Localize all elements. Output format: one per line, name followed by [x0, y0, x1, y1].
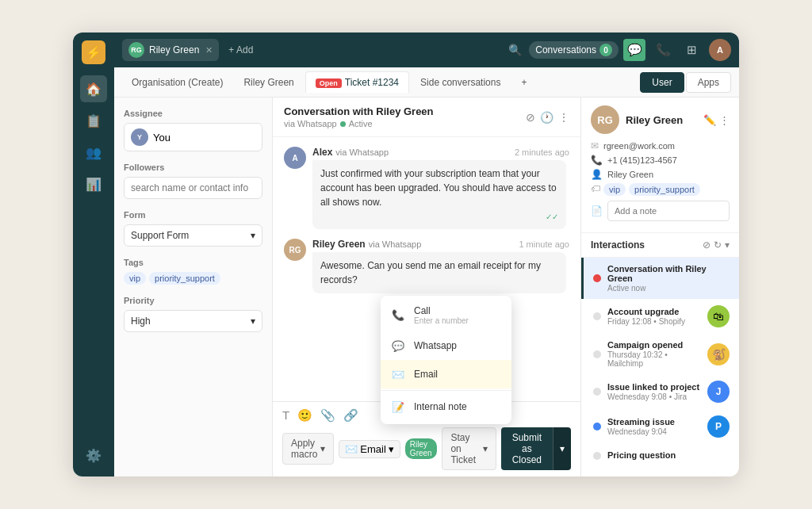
interactions-section: Interactions ⊘ ↻ ▾ Conversation with Ril… — [581, 233, 739, 476]
interactions-filter-icon[interactable]: ⊘ — [703, 239, 710, 251]
assignee-select[interactable]: Y You — [124, 123, 262, 151]
sidebar-icon-contacts[interactable]: 👥 — [80, 139, 107, 166]
conv-title: Conversation with Riley Green — [284, 105, 434, 117]
interaction-sub-5: Wednesday 9:04 — [607, 427, 701, 436]
search-icon[interactable]: 🔍 — [505, 40, 524, 59]
form-value: Support Form — [131, 230, 189, 241]
chat-icon[interactable]: 💬 — [623, 39, 645, 61]
ticket-status-badge: Open — [316, 78, 342, 88]
alex-via: via Whatsapp — [335, 147, 389, 157]
interaction-conversation-riley[interactable]: Conversation with Riley Green Active now — [581, 258, 739, 299]
interaction-pricing[interactable]: Pricing question — [581, 444, 739, 467]
interaction-sub-1: Active now — [607, 284, 730, 293]
stay-on-ticket-btn[interactable]: Stay on Ticket ▾ — [442, 427, 496, 470]
interaction-dot-2 — [593, 312, 601, 320]
conv-subtitle: via Whatsapp Active — [284, 119, 434, 128]
user-fullname: Riley Green — [607, 170, 653, 179]
priority-label: Priority — [124, 296, 262, 305]
interaction-campaign[interactable]: Campaign opened Thursday 10:32 • Mailchi… — [581, 334, 739, 374]
interactions-refresh-icon[interactable]: ↻ — [714, 239, 722, 251]
conversations-count: 0 — [599, 44, 612, 56]
conv-actions: ⊘ 🕐 ⋮ — [526, 111, 569, 124]
tab-avatar: RG — [128, 42, 144, 58]
app-logo: ⚡ — [82, 40, 105, 64]
interactions-title: Interactions — [591, 239, 703, 251]
dropdown-call[interactable]: 📞 Call Enter a number — [381, 299, 511, 331]
dropdown-note-label: Internal note — [414, 401, 467, 412]
dropdown-call-label: Call — [414, 305, 469, 316]
tag-priority-support[interactable]: priority_support — [149, 272, 220, 285]
compose-channel[interactable]: ✉️ Email ▾ — [339, 440, 400, 458]
priority-select[interactable]: High ▾ — [124, 310, 262, 332]
user-tag-priority[interactable]: priority_support — [629, 183, 700, 196]
person-info-icon: 👤 — [591, 169, 603, 180]
edit-icon[interactable]: ✏️ — [703, 114, 716, 126]
user-tag-vip[interactable]: vip — [603, 183, 626, 196]
active-tab[interactable]: RG Riley Green ✕ — [122, 39, 219, 61]
interactions-actions: ⊘ ↻ ▾ — [703, 239, 730, 251]
add-tab-btn[interactable]: + Add — [224, 41, 258, 59]
tag-vip[interactable]: vip — [124, 272, 146, 285]
riley-message-content: Riley Green via Whatsapp 1 minute ago Aw… — [312, 239, 569, 293]
link-icon[interactable]: 🔗 — [343, 408, 358, 423]
tags-field: Tags vip priority_support — [124, 258, 262, 285]
interaction-jira[interactable]: Issue linked to project Wednesday 9:08 •… — [581, 374, 739, 409]
interaction-streaming[interactable]: Streaming issue Wednesday 9:04 P — [581, 409, 739, 444]
dropdown-whatsapp[interactable]: 💬 Whatsapp — [381, 331, 511, 360]
assignee-name: You — [153, 132, 170, 144]
user-display-name: Riley Green — [626, 114, 697, 126]
channel-dropdown: 📞 Call Enter a number 💬 Whatsapp ✉️ Emai… — [381, 296, 511, 424]
left-panel: Assignee Y You Followers Form Support Fo… — [114, 98, 273, 476]
submit-button[interactable]: Submit as Closed — [501, 427, 553, 470]
clock-icon[interactable]: 🕐 — [540, 111, 553, 124]
macro-chevron-icon: ▾ — [320, 443, 325, 454]
top-bar: RG Riley Green ✕ + Add 🔍 Conversations 0… — [114, 33, 739, 67]
more-options-icon[interactable]: ⋮ — [719, 114, 730, 126]
sidebar-icon-home[interactable]: 🏠 — [80, 75, 107, 102]
interaction-dot-3 — [593, 350, 601, 358]
tab-add-btn[interactable]: + — [511, 72, 536, 93]
interactions-more-icon[interactable]: ▾ — [725, 239, 730, 251]
filter-icon[interactable]: ⊘ — [526, 111, 535, 124]
attachment-icon[interactable]: 📎 — [320, 408, 335, 423]
tab-close-btn[interactable]: ✕ — [205, 45, 213, 55]
sidebar-icon-tickets[interactable]: 📋 — [80, 107, 107, 134]
tab-side-conversations[interactable]: Side conversations — [411, 72, 510, 93]
tab-apps-btn[interactable]: Apps — [686, 72, 731, 93]
interaction-name-4: Issue linked to project — [607, 382, 701, 392]
compose-toolbar: T 🙂 📎 🔗 — [282, 408, 358, 423]
interaction-dot-6 — [593, 452, 601, 460]
user-email-row: ✉ rgreen@work.com — [591, 140, 730, 151]
grid-icon[interactable]: ⊞ — [680, 39, 703, 61]
followers-input[interactable] — [124, 177, 262, 199]
tab-ticket[interactable]: OpenTicket #1234 — [305, 71, 409, 93]
interaction-info-5: Streaming issue Wednesday 9:04 — [607, 417, 701, 436]
form-select[interactable]: Support Form ▾ — [124, 224, 262, 247]
emoji-icon[interactable]: 🙂 — [297, 408, 312, 423]
dropdown-email[interactable]: ✉️ Email — [381, 360, 511, 388]
tab-user-btn[interactable]: User — [640, 72, 684, 93]
shopify-logo: 🛍 — [707, 305, 730, 327]
interaction-sub-3: Thursday 10:32 • Mailchimp — [607, 350, 701, 368]
tab-organisation[interactable]: Organisation (Create) — [122, 72, 232, 93]
user-avatar-top[interactable]: A — [709, 39, 731, 61]
conversations-badge[interactable]: Conversations 0 — [529, 41, 619, 59]
interaction-sub-4: Wednesday 9:08 • Jira — [607, 392, 701, 401]
submit-dropdown-btn[interactable]: ▾ — [553, 427, 571, 470]
macro-button[interactable]: Apply macro ▾ — [282, 433, 334, 465]
sidebar-icon-reports[interactable]: 📊 — [80, 170, 107, 197]
alex-time: 2 minutes ago — [515, 147, 569, 157]
top-bar-icons: 💬 📞 ⊞ A — [623, 39, 731, 61]
email-icon: ✉️ — [345, 443, 358, 455]
conv-info: Conversation with Riley Green via Whatsa… — [284, 105, 434, 128]
sidebar-icon-settings[interactable]: ⚙️ — [80, 442, 107, 469]
text-format-icon[interactable]: T — [282, 408, 289, 423]
phone-icon[interactable]: 📞 — [652, 39, 674, 61]
dropdown-internal-note[interactable]: 📝 Internal note — [381, 392, 511, 421]
more-icon[interactable]: ⋮ — [558, 111, 569, 124]
note-input[interactable] — [607, 201, 730, 221]
user-profile-header: RG Riley Green ✏️ ⋮ — [591, 105, 730, 134]
alex-message-header: Alex via Whatsapp 2 minutes ago — [312, 147, 569, 158]
interaction-account-upgrade[interactable]: Account upgrade Friday 12:08 • Shopify 🛍 — [581, 299, 739, 334]
tab-riley-green[interactable]: Riley Green — [234, 72, 303, 93]
